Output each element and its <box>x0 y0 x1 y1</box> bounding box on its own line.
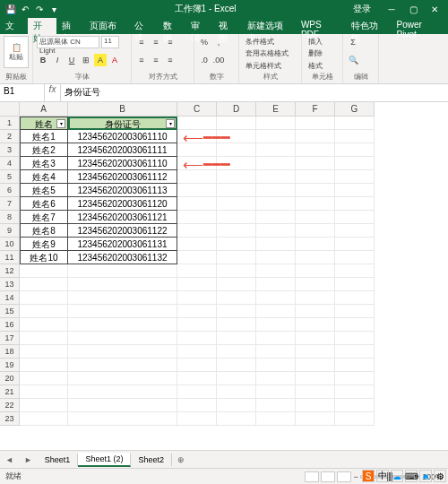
cell[interactable] <box>177 264 217 278</box>
cell[interactable] <box>217 372 256 385</box>
filter-arrow-icon[interactable]: ▾ <box>56 119 65 128</box>
find-button[interactable]: 🔍 <box>347 54 359 66</box>
cell[interactable] <box>296 318 335 332</box>
table-format-button[interactable]: 套用表格格式 <box>243 48 297 59</box>
cell[interactable] <box>217 211 256 224</box>
cell[interactable] <box>217 184 256 197</box>
select-all-corner[interactable] <box>0 102 20 117</box>
tray-icon[interactable]: ⌨ <box>405 470 418 482</box>
cell[interactable] <box>217 197 256 211</box>
tab-review[interactable]: 审阅 <box>185 18 213 34</box>
row-header[interactable]: 10 <box>0 238 20 251</box>
cell[interactable] <box>296 197 335 211</box>
cell[interactable] <box>68 291 177 305</box>
row-header[interactable]: 22 <box>0 399 20 412</box>
row-header[interactable]: 15 <box>0 305 20 318</box>
tray-icon[interactable]: ☁ <box>391 470 403 482</box>
cell[interactable] <box>335 170 375 184</box>
row-header[interactable]: 18 <box>0 345 20 359</box>
cell[interactable] <box>296 157 335 170</box>
cell[interactable] <box>256 332 296 345</box>
cell[interactable] <box>20 359 68 372</box>
align-mid-button[interactable]: ≡ <box>150 36 162 48</box>
cell[interactable] <box>217 224 256 238</box>
row-header[interactable]: 11 <box>0 251 20 264</box>
row-header[interactable]: 12 <box>0 264 20 278</box>
cell[interactable] <box>335 412 375 426</box>
cell[interactable] <box>335 278 375 291</box>
border-button[interactable]: ⊞ <box>80 54 92 66</box>
cell[interactable] <box>335 130 375 143</box>
cell[interactable] <box>20 372 68 385</box>
row-header[interactable]: 6 <box>0 184 20 197</box>
cell[interactable]: 123456202003061110 <box>68 130 177 143</box>
cell[interactable] <box>256 184 296 197</box>
cell[interactable] <box>217 238 256 251</box>
cell[interactable] <box>335 117 375 130</box>
cell[interactable] <box>177 412 217 426</box>
align-left-button[interactable]: ≡ <box>135 54 148 66</box>
cell[interactable] <box>217 117 256 130</box>
column-header[interactable]: D <box>217 102 256 117</box>
cell[interactable] <box>177 224 217 238</box>
cell[interactable] <box>335 197 375 211</box>
row-header[interactable]: 2 <box>0 130 20 143</box>
minimize-button[interactable]: ─ <box>382 4 401 14</box>
cell[interactable] <box>296 238 335 251</box>
tab-special[interactable]: 特色功能 <box>346 18 392 34</box>
cell[interactable] <box>177 372 217 385</box>
cell[interactable] <box>335 385 375 399</box>
cell[interactable] <box>296 211 335 224</box>
cell[interactable] <box>296 399 335 412</box>
row-header[interactable]: 4 <box>0 157 20 170</box>
cell[interactable] <box>177 211 217 224</box>
align-center-button[interactable]: ≡ <box>150 54 162 66</box>
cell[interactable] <box>335 332 375 345</box>
cell[interactable] <box>177 291 217 305</box>
percent-button[interactable]: % <box>198 36 211 48</box>
row-header[interactable]: 7 <box>0 197 20 211</box>
cell[interactable] <box>256 238 296 251</box>
align-bot-button[interactable]: ≡ <box>164 36 177 48</box>
cell[interactable] <box>68 345 177 359</box>
fill-color-button[interactable]: A <box>94 54 107 66</box>
cell[interactable]: 123456202003061122 <box>68 224 177 238</box>
cell[interactable] <box>177 278 217 291</box>
save-icon[interactable]: 💾 <box>5 4 16 14</box>
cell[interactable] <box>256 412 296 426</box>
row-header[interactable]: 17 <box>0 332 20 345</box>
column-header[interactable]: G <box>335 102 375 117</box>
cell[interactable] <box>296 224 335 238</box>
cell[interactable] <box>296 170 335 184</box>
cell[interactable] <box>68 278 177 291</box>
name-box[interactable]: B1 <box>0 84 45 101</box>
cell[interactable] <box>256 130 296 143</box>
cell[interactable] <box>296 385 335 399</box>
cell[interactable] <box>335 264 375 278</box>
zoom-out-button[interactable]: − <box>353 472 358 481</box>
tab-view[interactable]: 视图 <box>213 18 241 34</box>
worksheet-grid[interactable]: ABCDEFG 12345678910111213141516171819202… <box>0 102 448 443</box>
cell[interactable]: 123456202003061110 <box>68 157 177 170</box>
row-header[interactable]: 5 <box>0 170 20 184</box>
formula-input[interactable]: 身份证号 <box>61 84 448 101</box>
cell[interactable] <box>256 157 296 170</box>
cell[interactable] <box>20 264 68 278</box>
cell[interactable] <box>335 359 375 372</box>
cell[interactable] <box>68 305 177 318</box>
tab-wps[interactable]: WPS PDF <box>296 18 346 34</box>
cell[interactable] <box>217 305 256 318</box>
cell[interactable] <box>256 359 296 372</box>
row-header[interactable]: 21 <box>0 385 20 399</box>
cell[interactable] <box>68 372 177 385</box>
cell[interactable] <box>256 170 296 184</box>
cell[interactable] <box>335 345 375 359</box>
cell[interactable] <box>177 345 217 359</box>
sum-button[interactable]: Σ <box>347 36 359 48</box>
cell[interactable]: 姓名2 <box>20 143 68 157</box>
cell[interactable] <box>256 224 296 238</box>
cell[interactable] <box>296 143 335 157</box>
font-size-select[interactable]: 11 <box>101 36 119 48</box>
cell[interactable] <box>296 130 335 143</box>
cell[interactable] <box>335 184 375 197</box>
